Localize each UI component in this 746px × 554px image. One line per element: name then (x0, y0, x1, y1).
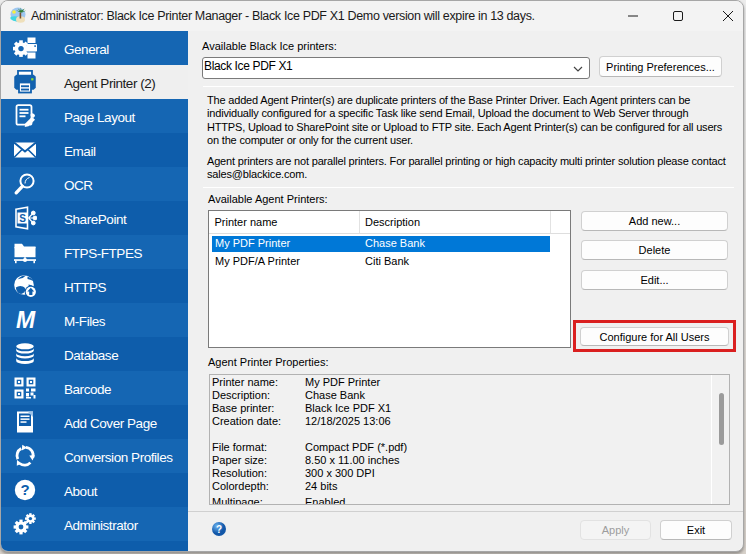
svg-text:S: S (19, 213, 26, 224)
svg-text:?: ? (20, 481, 29, 498)
svg-text:?: ? (216, 524, 222, 535)
svg-text:M: M (16, 308, 36, 332)
